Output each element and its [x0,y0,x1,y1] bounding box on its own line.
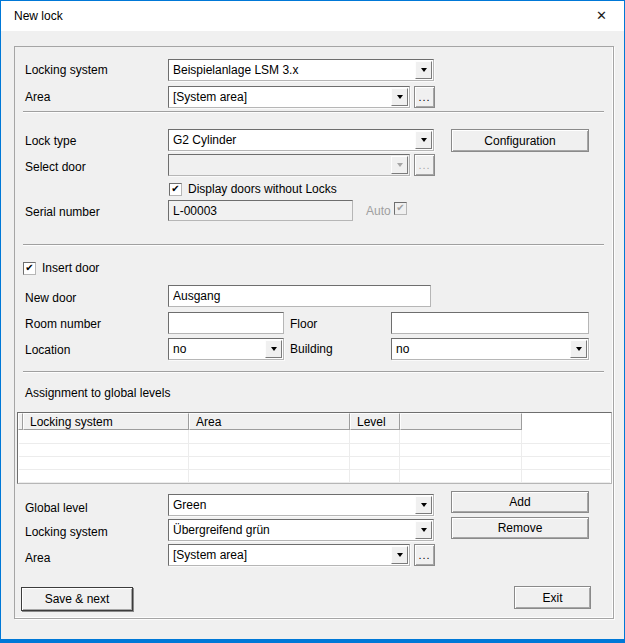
dropdown-button[interactable] [415,131,432,149]
table-gridline [19,469,610,470]
global-levels-table[interactable]: Locking system Area Level [17,412,612,484]
auto-label: Auto [366,204,391,218]
add-button[interactable]: Add [451,491,589,513]
dropdown-button[interactable] [265,340,282,358]
checkmark-icon: ✔ [396,203,404,213]
insert-door-checkbox[interactable]: ✔ [23,262,36,275]
chevron-down-icon [421,503,427,507]
insert-door-label: Insert door [42,261,99,275]
close-button[interactable]: ✕ [579,1,624,30]
select-door-browse-button: ... [414,154,435,176]
locking-system-value: Beispielanlage LSM 3.x [173,63,413,77]
chevron-down-icon [421,528,427,532]
location-select[interactable]: no [168,338,284,360]
building-label: Building [290,342,333,356]
serial-number-input [168,200,353,221]
locking-system-label: Locking system [25,63,108,77]
area-label: Area [25,90,50,104]
separator [23,111,604,113]
lock-type-value: G2 Cylinder [173,133,413,147]
locking-system-select[interactable]: Beispielanlage LSM 3.x [168,59,434,81]
separator [23,371,604,373]
new-door-input[interactable] [168,285,431,307]
area-select[interactable]: [System area] [168,86,410,108]
checkmark-icon: ✔ [171,184,179,194]
global-level-select[interactable]: Green [168,494,434,516]
close-icon: ✕ [596,8,607,23]
global-area-label: Area [25,551,50,565]
lock-type-select[interactable]: G2 Cylinder [168,129,434,151]
assignment-title: Assignment to global levels [25,386,170,400]
window-title: New lock [14,9,63,23]
dropdown-button[interactable] [391,88,408,106]
display-doors-label: Display doors without Locks [188,182,337,196]
table-header-row: Locking system Area Level [18,413,611,430]
select-door-label: Select door [25,160,86,174]
chevron-down-icon [421,138,427,142]
dropdown-button[interactable] [391,546,408,564]
room-number-label: Room number [25,317,101,331]
dropdown-button[interactable] [415,521,432,539]
title-bar: New lock ✕ [1,1,624,31]
global-locking-system-value: Übergreifend grün [173,523,413,537]
exit-button[interactable]: Exit [514,586,591,609]
floor-input[interactable] [391,312,589,334]
chevron-down-icon [397,163,403,167]
chevron-down-icon [421,68,427,72]
new-door-label: New door [25,291,76,305]
separator [23,244,604,246]
new-lock-dialog: New lock ✕ Locking system Beispielanlage… [0,0,625,643]
table-gridline [19,456,610,457]
global-area-browse-button[interactable]: ... [414,544,435,566]
table-gridline [19,443,610,444]
global-level-value: Green [173,498,413,512]
building-select[interactable]: no [391,338,589,360]
table-gridline [19,482,610,483]
dropdown-button[interactable] [415,496,432,514]
dropdown-button[interactable] [570,340,587,358]
chevron-down-icon [397,553,403,557]
building-value: no [396,342,568,356]
dropdown-button [391,156,408,174]
auto-checkbox: ✔ [394,202,407,215]
global-locking-system-label: Locking system [25,525,108,539]
location-label: Location [25,343,70,357]
lock-type-label: Lock type [25,134,76,148]
global-level-label: Global level [25,501,88,515]
floor-label: Floor [290,317,317,331]
serial-number-label: Serial number [25,205,100,219]
checkmark-icon: ✔ [25,263,33,273]
global-area-select[interactable]: [System area] [168,544,410,566]
dropdown-button[interactable] [415,61,432,79]
location-value: no [173,342,263,356]
chevron-down-icon [271,347,277,351]
room-number-input[interactable] [168,312,284,334]
table-header-area[interactable]: Area [189,413,350,430]
table-header-locking-system[interactable]: Locking system [23,413,189,430]
chevron-down-icon [397,95,403,99]
global-locking-system-select[interactable]: Übergreifend grün [168,519,434,541]
remove-button[interactable]: Remove [451,517,589,539]
select-door-select [168,154,410,176]
table-header-level[interactable]: Level [350,413,400,430]
display-doors-checkbox[interactable]: ✔ [169,183,182,196]
area-browse-button[interactable]: ... [414,86,435,108]
global-area-value: [System area] [173,548,389,562]
chevron-down-icon [576,347,582,351]
save-next-button[interactable]: Save & next [21,587,133,611]
table-header-extra[interactable] [400,413,522,430]
area-value: [System area] [173,90,389,104]
configuration-button[interactable]: Configuration [451,129,589,152]
